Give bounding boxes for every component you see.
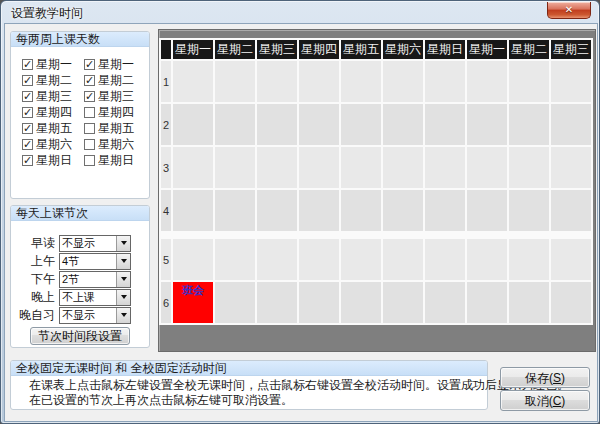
schedule-cell[interactable] — [551, 61, 591, 102]
schedule-cell[interactable] — [425, 104, 465, 145]
schedule-cell[interactable] — [215, 282, 255, 323]
schedule-cell[interactable] — [551, 147, 591, 188]
schedule-cell[interactable] — [215, 190, 255, 231]
checkbox-checked-icon[interactable]: ✓ — [22, 59, 33, 70]
schedule-cell[interactable] — [173, 239, 213, 280]
period-select-4[interactable]: 不显示 — [59, 307, 131, 324]
schedule-cell[interactable] — [551, 190, 591, 231]
schedule-cell[interactable] — [383, 104, 423, 145]
checkbox-checked-icon[interactable]: ✓ — [84, 75, 95, 86]
period-select-3[interactable]: 不上课 — [59, 289, 131, 306]
day-checkbox-week2-5[interactable]: 星期六 — [84, 136, 146, 152]
schedule-cell[interactable] — [299, 147, 339, 188]
schedule-cell[interactable] — [173, 190, 213, 231]
schedule-cell[interactable] — [509, 61, 549, 102]
checkbox-unchecked-icon[interactable] — [84, 139, 95, 150]
schedule-cell[interactable] — [257, 239, 297, 280]
schedule-cell[interactable] — [509, 147, 549, 188]
period-select-0[interactable]: 不显示 — [59, 235, 131, 252]
close-icon[interactable]: ✕ — [547, 2, 591, 19]
schedule-cell[interactable] — [341, 282, 381, 323]
schedule-cell[interactable] — [341, 104, 381, 145]
schedule-cell[interactable] — [383, 147, 423, 188]
schedule-cell[interactable] — [467, 190, 507, 231]
schedule-cell[interactable] — [467, 239, 507, 280]
schedule-cell[interactable] — [299, 282, 339, 323]
checkbox-checked-icon[interactable]: ✓ — [84, 59, 95, 70]
schedule-cell[interactable] — [257, 282, 297, 323]
schedule-cell[interactable] — [425, 190, 465, 231]
day-checkbox-week2-6[interactable]: 星期日 — [84, 152, 146, 168]
schedule-cell[interactable] — [299, 104, 339, 145]
schedule-cell[interactable] — [299, 239, 339, 280]
chevron-down-icon[interactable] — [116, 290, 130, 305]
chevron-down-icon[interactable] — [116, 236, 130, 251]
day-checkbox-week1-0[interactable]: ✓星期一 — [22, 56, 84, 72]
schedule-cell[interactable] — [383, 190, 423, 231]
schedule-cell[interactable] — [509, 282, 549, 323]
schedule-cell[interactable] — [425, 61, 465, 102]
chevron-down-icon[interactable] — [116, 308, 130, 323]
schedule-cell[interactable] — [215, 104, 255, 145]
schedule-cell[interactable] — [341, 190, 381, 231]
cancel-button[interactable]: 取消(C) — [500, 390, 590, 411]
period-select-1[interactable]: 4节 — [59, 253, 131, 270]
schedule-cell[interactable] — [299, 190, 339, 231]
checkbox-checked-icon[interactable]: ✓ — [22, 139, 33, 150]
day-checkbox-week2-3[interactable]: 星期四 — [84, 104, 146, 120]
schedule-cell[interactable] — [215, 147, 255, 188]
checkbox-unchecked-icon[interactable] — [84, 107, 95, 118]
schedule-cell[interactable] — [551, 282, 591, 323]
schedule-cell[interactable] — [215, 61, 255, 102]
schedule-cell[interactable] — [467, 147, 507, 188]
schedule-cell[interactable] — [383, 239, 423, 280]
checkbox-unchecked-icon[interactable] — [84, 123, 95, 134]
save-button[interactable]: 保存(S) — [500, 367, 590, 388]
schedule-cell[interactable] — [257, 190, 297, 231]
schedule-cell[interactable] — [551, 239, 591, 280]
day-checkbox-week2-4[interactable]: 星期五 — [84, 120, 146, 136]
schedule-cell[interactable] — [341, 239, 381, 280]
checkbox-checked-icon[interactable]: ✓ — [22, 75, 33, 86]
schedule-cell[interactable] — [383, 61, 423, 102]
checkbox-checked-icon[interactable]: ✓ — [22, 91, 33, 102]
schedule-cell[interactable] — [257, 147, 297, 188]
schedule-cell[interactable] — [509, 239, 549, 280]
checkbox-checked-icon[interactable]: ✓ — [22, 155, 33, 166]
schedule-cell[interactable] — [425, 282, 465, 323]
day-checkbox-week1-4[interactable]: ✓星期五 — [22, 120, 84, 136]
chevron-down-icon[interactable] — [116, 272, 130, 287]
chevron-down-icon[interactable] — [116, 254, 130, 269]
day-checkbox-week2-0[interactable]: ✓星期一 — [84, 56, 146, 72]
schedule-cell[interactable] — [341, 61, 381, 102]
schedule-cell-marked[interactable]: 班会 — [173, 282, 213, 323]
schedule-cell[interactable] — [509, 190, 549, 231]
schedule-cell[interactable] — [173, 147, 213, 188]
schedule-cell[interactable] — [299, 61, 339, 102]
schedule-cell[interactable] — [257, 104, 297, 145]
day-checkbox-week2-2[interactable]: ✓星期三 — [84, 88, 146, 104]
day-checkbox-week2-1[interactable]: ✓星期二 — [84, 72, 146, 88]
schedule-cell[interactable] — [425, 239, 465, 280]
checkbox-unchecked-icon[interactable] — [84, 155, 95, 166]
schedule-cell[interactable] — [173, 61, 213, 102]
schedule-cell[interactable] — [173, 104, 213, 145]
schedule-cell[interactable] — [257, 61, 297, 102]
day-checkbox-week1-1[interactable]: ✓星期二 — [22, 72, 84, 88]
schedule-cell[interactable] — [425, 147, 465, 188]
day-checkbox-week1-2[interactable]: ✓星期三 — [22, 88, 84, 104]
day-checkbox-week1-5[interactable]: ✓星期六 — [22, 136, 84, 152]
day-checkbox-week1-6[interactable]: ✓星期日 — [22, 152, 84, 168]
schedule-cell[interactable] — [509, 104, 549, 145]
schedule-cell[interactable] — [467, 282, 507, 323]
title-bar[interactable]: 设置教学时间 ✕ — [1, 1, 599, 23]
schedule-cell[interactable] — [341, 147, 381, 188]
day-checkbox-week1-3[interactable]: ✓星期四 — [22, 104, 84, 120]
checkbox-checked-icon[interactable]: ✓ — [22, 123, 33, 134]
schedule-cell[interactable] — [551, 104, 591, 145]
period-time-settings-button[interactable]: 节次时间段设置 — [30, 327, 130, 345]
checkbox-checked-icon[interactable]: ✓ — [22, 107, 33, 118]
schedule-cell[interactable] — [467, 61, 507, 102]
schedule-cell[interactable] — [215, 239, 255, 280]
period-select-2[interactable]: 2节 — [59, 271, 131, 288]
